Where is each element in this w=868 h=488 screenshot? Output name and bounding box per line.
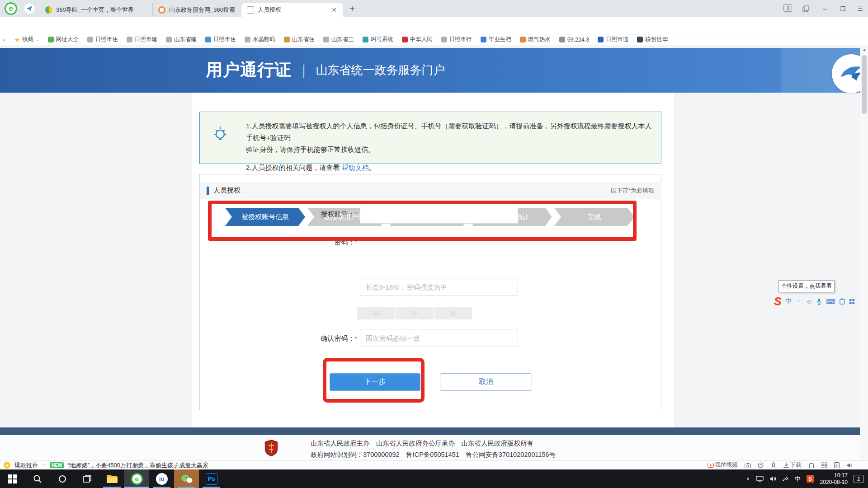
cortana-button[interactable] — [50, 469, 75, 488]
collapse-icon[interactable]: ▸ — [4, 38, 6, 42]
bookmark-item[interactable]: 水晶数码 — [245, 36, 275, 43]
footer-line-2: 政府网站识别码：3700000092 鲁ICP备05051451 鲁公网安备37… — [311, 449, 556, 460]
tab-sd-search[interactable]: 山东政务服务网_360搜索 — [153, 3, 241, 17]
strength-medium: 中 — [396, 307, 433, 319]
new-badge: NEW — [50, 462, 64, 468]
scrollbar-thumb[interactable] — [862, 55, 867, 114]
bookmark-item[interactable]: 日照市行 — [441, 36, 472, 43]
keyboard-icon[interactable]: ⌨ — [826, 298, 835, 305]
ime-indicator[interactable]: 中 — [795, 475, 801, 483]
confirm-password-input[interactable] — [360, 329, 518, 347]
recommend-label[interactable]: 爆款推荐 — [14, 461, 38, 469]
bookmark-item[interactable]: 山东省建 — [166, 36, 197, 43]
menu-button[interactable]: ☰ — [855, 4, 865, 13]
bookmark-item[interactable]: 日照市建 — [127, 36, 157, 43]
clock-time: 10:17 — [820, 472, 848, 479]
360-browser-button[interactable]: e — [124, 469, 149, 488]
window-count-badge[interactable]: 3 — [783, 4, 792, 12]
double-chevron-icon[interactable]: ﹀ — [42, 462, 46, 469]
bookmark-favicon — [598, 37, 604, 42]
bookmark-label: 中华人民 — [410, 36, 433, 43]
iu-app-button[interactable]: iu — [149, 469, 174, 488]
tab-personnel-auth[interactable]: 人员授权 ✕ — [241, 3, 343, 17]
bookmark-item[interactable]: 日照市违 — [598, 36, 628, 43]
notice-box: 1.人员授权需要填写被授权人的个人信息，包括身份证号、手机号（需要获取验证码），… — [199, 112, 661, 164]
bookmark-item[interactable]: 联创世华 — [637, 36, 668, 43]
screenshot-icon[interactable] — [745, 463, 751, 468]
ime-punct-toggle[interactable]: ・ — [796, 297, 802, 305]
chevron-down-icon: ⌄ — [36, 38, 39, 42]
tab-360-nav[interactable]: 360导航_一个主页，整个世界 — [40, 3, 153, 17]
notice-line-3-suffix: 。 — [369, 164, 376, 171]
speaker-icon[interactable] — [846, 463, 853, 468]
help-doc-link[interactable]: 帮助文档 — [342, 164, 369, 171]
bookmark-favorites[interactable]: ★收藏⌄ — [14, 36, 39, 43]
mic-icon[interactable] — [816, 298, 822, 305]
bookmark-item[interactable]: 日照市住 — [205, 36, 236, 43]
volume-icon[interactable] — [769, 476, 776, 482]
sogou-ime-toolbar: S 中 ・ ☺ ⌨ — [774, 295, 855, 308]
bookmark-item[interactable]: 叫号系统 — [363, 36, 393, 43]
bookmark-item[interactable]: 日照市住 — [87, 36, 118, 43]
usb-plug-icon[interactable] — [782, 476, 789, 482]
taskbar-search-button[interactable] — [25, 469, 50, 488]
reader-icon[interactable] — [834, 462, 840, 468]
bookmark-item[interactable]: 中华人民 — [402, 36, 433, 43]
bulb-icon — [212, 124, 229, 146]
password-input[interactable] — [360, 278, 518, 296]
task-view-button[interactable] — [75, 469, 99, 488]
bookmark-item[interactable]: 山东省住 — [284, 36, 315, 43]
bookmark-item[interactable]: 毕业生档 — [481, 36, 511, 43]
photoshop-icon: Ps — [206, 473, 217, 485]
bookmark-item[interactable]: 山东省三 — [323, 36, 354, 43]
my-videos-button[interactable]: 我的视频 — [708, 461, 738, 469]
ime-tooltip[interactable]: 个性设置，点我看看 — [778, 280, 835, 292]
sogou-logo-icon[interactable]: S — [774, 295, 781, 308]
emoji-icon[interactable]: ☺ — [806, 298, 812, 305]
scroll-up-arrow[interactable]: ▲ — [860, 46, 868, 54]
minimize-button[interactable]: ─ — [820, 4, 830, 13]
action-center-button[interactable]: 2 — [854, 475, 863, 483]
clipboard-icon[interactable] — [840, 298, 845, 305]
required-note: 以下带*为必填项 — [611, 187, 654, 195]
new-tab-button[interactable]: ＋ — [348, 2, 357, 14]
start-button[interactable] — [0, 469, 25, 488]
display-icon[interactable] — [756, 476, 764, 482]
toolbox-grid-icon[interactable] — [849, 299, 855, 305]
notice-line-1: 1.人员授权需要填写被授权人的个人信息，包括身份证号、手机号（需要获取验证码），… — [246, 120, 653, 144]
restore-button[interactable]: ❐ — [838, 4, 848, 13]
download-arrow-icon — [783, 462, 789, 468]
bookmark-label: 59.224.3 — [567, 37, 590, 43]
ime-lang-toggle[interactable]: 中 — [785, 297, 792, 305]
boost-rocket-icon[interactable] — [770, 462, 777, 468]
tab-close-icon[interactable]: ✕ — [330, 6, 338, 14]
status-bar-tools: 我的视频 下载 — [708, 461, 853, 469]
tab-title: 山东政务服务网_360搜索 — [169, 6, 236, 14]
bookmark-item[interactable]: 燃气热水 — [520, 36, 551, 43]
photoshop-button[interactable]: Ps — [199, 469, 224, 488]
bookmark-favicon — [363, 37, 368, 42]
sogou-tray-icon[interactable]: S — [807, 475, 814, 483]
bookmark-favicon — [520, 37, 526, 42]
bookmark-favicon — [402, 37, 408, 42]
taskbar-clock[interactable]: 10:17 2020-08-10 — [820, 472, 848, 486]
paper-plane-icon — [26, 5, 33, 12]
apps-grid-icon[interactable] — [821, 462, 827, 468]
tray-expand-icon[interactable]: ∧ — [746, 476, 750, 482]
bookmark-item[interactable]: 网址大全 — [48, 36, 79, 43]
file-explorer-button[interactable] — [99, 469, 124, 488]
wechat-button[interactable] — [174, 469, 199, 488]
cancel-button[interactable]: 取消 — [440, 373, 532, 391]
window-stack-icon[interactable] — [801, 4, 810, 13]
section-title: 人员授权 — [213, 186, 241, 195]
page-scrollbar[interactable]: ▲ ▼ — [860, 45, 868, 469]
nav-compass-icon[interactable] — [24, 3, 35, 14]
bookmark-item[interactable]: 59.224.3 — [559, 37, 590, 43]
browser-logo-icon[interactable]: e — [5, 2, 17, 15]
download-button[interactable]: 下载 — [783, 461, 802, 469]
headset-icon[interactable] — [808, 463, 815, 468]
recommend-headline-link[interactable]: “地摊婊”，不要4500万打胎费，靠偷生孩子成最大赢家 — [68, 461, 208, 469]
title-divider: ｜ — [297, 61, 310, 80]
refresh-circle-icon[interactable] — [758, 462, 764, 468]
bookmark-favicon — [637, 37, 643, 42]
